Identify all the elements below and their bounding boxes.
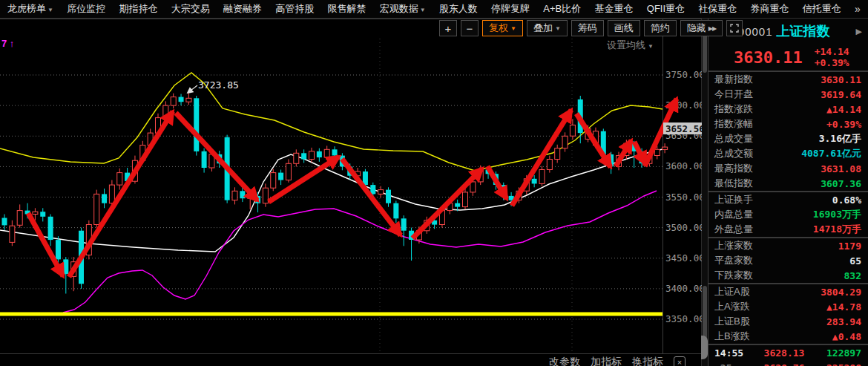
double-arrow-icon: ▶▶	[708, 25, 716, 32]
toolbar-button-画线[interactable]: 画线	[608, 20, 640, 36]
ma-settings-label: 设置均线	[607, 39, 645, 50]
tick-row: :253628.76225288	[708, 360, 868, 366]
stat-row: 最低指数3607.36	[708, 176, 868, 191]
close-icon[interactable]: ×	[674, 356, 685, 366]
tick-cell: 122897	[820, 347, 861, 359]
stat-label: 指数涨幅	[714, 117, 753, 131]
tick-cell: :25	[714, 362, 749, 366]
toolbar-button-隐藏[interactable]: 隐藏▶▶	[680, 20, 723, 36]
kline-chart[interactable]: 3750.003700.003650.003600.003550.003500.…	[0, 19, 703, 366]
change-block: +14.14 +0.39%	[815, 46, 849, 68]
next-stock-button[interactable]: ▶	[855, 27, 864, 36]
stat-label: 下跌家数	[714, 269, 753, 282]
stat-label: 今日开盘	[714, 88, 753, 101]
stat-value: 16903万手	[813, 208, 861, 221]
menu-item-4[interactable]: 大宗交易	[171, 2, 210, 16]
stats-list: 最新指数3630.11今日开盘3619.64指数涨跌▲14.14指数涨幅+0.3…	[708, 72, 868, 345]
menu-item-2[interactable]: 席位监控	[67, 2, 105, 16]
chevron-down-icon: ▼	[420, 7, 426, 13]
stat-label: 上证A股	[714, 285, 750, 298]
fullscreen-icon[interactable]	[726, 20, 743, 36]
candles	[2, 91, 668, 294]
toolbar-button-简约[interactable]: 简约	[644, 20, 677, 36]
stat-value: ▲14.14	[826, 104, 861, 115]
bottom-action-2[interactable]: 加指标	[591, 356, 622, 366]
stat-label: 上证换手	[714, 193, 753, 206]
toolbar-button-复权[interactable]: 复权▼	[482, 20, 523, 36]
menu-item-15[interactable]: 券商重仓	[751, 2, 789, 16]
bottom-action-1[interactable]: 改参数	[549, 356, 580, 366]
chevron-down-icon: ▼	[47, 7, 53, 13]
menu-item-13[interactable]: QFII重仓	[647, 2, 685, 16]
stat-value: 3631.08	[821, 163, 861, 174]
stat-row: 指数涨跌▲14.14	[708, 102, 868, 117]
stat-label: 上A涨跌	[714, 300, 750, 313]
menu-item-14[interactable]: 社保重仓	[698, 2, 737, 16]
stat-value: 3619.64	[821, 89, 861, 100]
menu-item-9[interactable]: 股东人数	[439, 2, 478, 16]
toolbar-button-+[interactable]: +	[439, 20, 457, 36]
price-marker: 3652.56	[663, 122, 703, 134]
menu-item-11[interactable]: A+B比价	[543, 2, 581, 16]
stat-value: 832	[844, 270, 861, 281]
last-price: 3630.11	[734, 48, 803, 67]
tick-list: 14:553628.13122897:253628.76225288	[708, 345, 868, 366]
stat-row: 上证B股283.94	[708, 314, 868, 329]
drawn-hline	[0, 313, 662, 316]
stat-group-4: 上证A股3804.29上A涨跌▲14.78上证B股283.94上B涨跌▲0.48	[708, 284, 868, 345]
tick-cell: 3628.76	[749, 362, 820, 366]
stat-label: 上涨家数	[714, 239, 753, 252]
stat-label: 上B涨跌	[714, 330, 750, 343]
menu-item-3[interactable]: 期指持仓	[119, 2, 157, 16]
stat-value: 14718万手	[813, 223, 861, 236]
stat-value: ▲0.48	[832, 331, 861, 342]
bottom-action-3[interactable]: 换指标	[632, 356, 663, 366]
chevron-down-icon: ▼	[648, 43, 654, 50]
ma-settings-button[interactable]: 设置均线▼	[607, 39, 654, 52]
stat-value: 283.94	[826, 316, 861, 327]
stat-label: 总成交量	[714, 132, 753, 146]
svg-text:3400.00: 3400.00	[665, 283, 703, 294]
change-value: +14.14	[815, 46, 849, 57]
svg-text:3600.00: 3600.00	[665, 160, 703, 171]
menu-item-8[interactable]: 宏观数据▼	[380, 2, 426, 16]
stat-row: 外盘总量14718万手	[708, 222, 868, 237]
menu-item-12[interactable]: 基金重仓	[595, 2, 634, 16]
peak-annotation: 3723.85	[188, 79, 239, 93]
toolbar-button-−[interactable]: −	[461, 20, 479, 36]
stat-value: 3630.11	[821, 74, 861, 85]
tick-cell: 225288	[820, 362, 861, 366]
menu-item-7[interactable]: 限售解禁	[327, 2, 366, 16]
stat-row: 上A涨跌▲14.78	[708, 299, 868, 314]
chevron-down-icon: ▼	[555, 25, 561, 32]
stat-row: 总成交额4087.61亿元	[708, 146, 868, 161]
stat-row: 下跌家数832	[708, 268, 868, 283]
panel-collapse-handle[interactable]	[701, 336, 708, 359]
menu-item-1[interactable]: 龙虎榜单▼	[7, 2, 53, 16]
stat-value: 1179	[838, 241, 861, 252]
indicator-action-bar: 改参数加指标换指标×	[0, 353, 703, 366]
stat-row: 上B涨跌▲0.48	[708, 329, 868, 344]
stat-row: 上涨家数1179	[708, 238, 868, 253]
toolbar-button-筹码[interactable]: 筹码	[571, 20, 604, 36]
stat-label: 内盘总量	[714, 208, 753, 221]
chart-scrollbar[interactable]	[702, 19, 708, 366]
kline-svg: 3750.003700.003650.003600.003550.003500.…	[0, 19, 703, 366]
menu-more-button[interactable]: »	[855, 3, 861, 15]
tick-cell: 3628.13	[749, 347, 820, 359]
svg-text:3550.00: 3550.00	[665, 192, 703, 203]
menu-item-10[interactable]: 停牌复牌	[491, 2, 530, 16]
stat-label: 指数涨跌	[714, 102, 753, 116]
svg-text:3723.85: 3723.85	[198, 79, 239, 91]
stat-label: 总成交额	[714, 147, 753, 160]
toolbar-button-叠加[interactable]: 叠加▼	[527, 20, 568, 36]
stat-value: 0.68%	[832, 195, 861, 206]
stat-row: 今日开盘3619.64	[708, 87, 868, 102]
stock-app-window: 龙虎榜单▼席位监控期指持仓大宗交易融资融券高管持股限售解禁宏观数据▼股东人数停牌…	[0, 0, 868, 366]
stat-value: +0.39%	[826, 119, 861, 130]
menu-item-16[interactable]: 信托重仓	[803, 2, 841, 16]
menu-item-5[interactable]: 融资融券	[223, 2, 262, 16]
chart-toolbar: +−复权▼叠加▼筹码画线简约隐藏▶▶	[439, 20, 743, 36]
menu-item-6[interactable]: 高管持股	[275, 2, 314, 16]
stat-group-2: 上证换手0.68%内盘总量16903万手外盘总量14718万手	[708, 192, 868, 238]
